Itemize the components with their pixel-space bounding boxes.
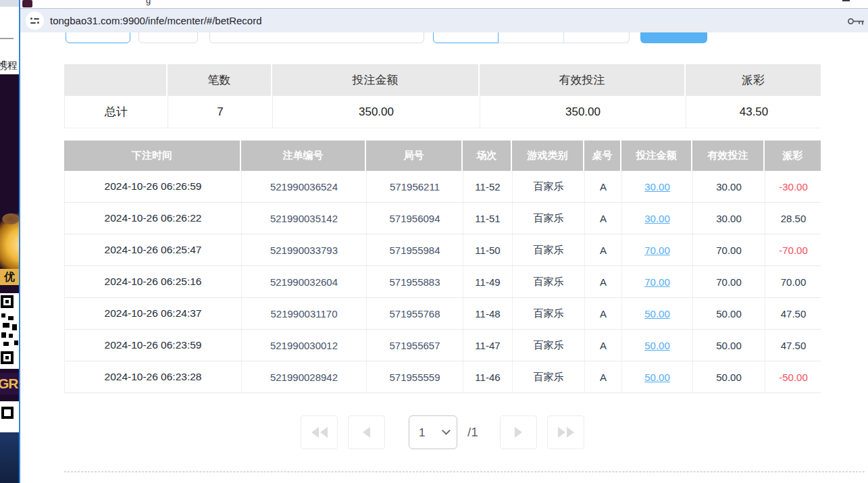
tune-icon bbox=[30, 22, 39, 24]
next-page-button[interactable] bbox=[500, 415, 537, 449]
search-button[interactable] bbox=[640, 32, 707, 43]
bet-table-header-row: 下注时间 注单编号 局号 场次 游戏类别 桌号 投注金额 有效投注 派彩 bbox=[64, 141, 821, 171]
header-bet-time: 下注时间 bbox=[64, 141, 241, 171]
summary-header-blank bbox=[64, 64, 168, 96]
banner-gap bbox=[0, 285, 19, 293]
double-left-arrow-icon bbox=[311, 427, 319, 438]
cell-bet-time: 2024-10-26 06:23:59 bbox=[65, 330, 242, 361]
date-range-button-group bbox=[433, 32, 630, 43]
cell-round-id: 571955559 bbox=[367, 361, 463, 392]
cell-valid-bet: 50.00 bbox=[693, 330, 765, 361]
cell-valid-bet: 70.00 bbox=[693, 266, 765, 297]
range-segment-active[interactable] bbox=[433, 32, 499, 43]
table-row: 2024-10-26 06:23:59 521990030012 5719556… bbox=[64, 330, 821, 361]
table-row: 2024-10-26 06:26:59 521990036524 5719562… bbox=[64, 171, 821, 203]
screen: 携程 优 GR bbox=[0, 0, 868, 483]
bet-amount-link[interactable]: 50.00 bbox=[644, 340, 670, 351]
summary-header-count: 笔数 bbox=[168, 64, 272, 96]
bet-amount-link[interactable]: 70.00 bbox=[644, 245, 670, 256]
background-window-titlebar bbox=[0, 0, 19, 7]
filter-button[interactable] bbox=[138, 32, 198, 43]
cell-round-id: 571955768 bbox=[367, 298, 463, 329]
cell-bet-id: 521990035142 bbox=[242, 203, 367, 234]
bet-amount-link[interactable]: 70.00 bbox=[644, 276, 670, 288]
pagination: 1 /1 bbox=[20, 415, 868, 449]
bet-amount-link[interactable]: 30.00 bbox=[644, 213, 670, 224]
cell-bet-id: 521990033793 bbox=[242, 234, 367, 265]
previous-page-button[interactable] bbox=[348, 415, 385, 449]
banner-gap bbox=[0, 395, 19, 401]
bet-amount-link[interactable]: 50.00 bbox=[644, 372, 670, 383]
double-right-arrow-icon bbox=[558, 427, 565, 438]
range-segment[interactable] bbox=[564, 32, 630, 43]
last-page-button[interactable] bbox=[547, 415, 584, 449]
url-text[interactable]: tongbao31.com:9900/infe/mcenter/#/betRec… bbox=[50, 9, 262, 33]
address-bar[interactable]: tongbao31.com:9900/infe/mcenter/#/betRec… bbox=[20, 8, 868, 32]
bet-amount-link[interactable]: 50.00 bbox=[644, 308, 670, 320]
background-window-partial-text: 携程 bbox=[0, 59, 19, 73]
cell-payout: -50.00 bbox=[765, 361, 821, 392]
cell-table-no: A bbox=[585, 361, 622, 392]
header-round-id: 局号 bbox=[366, 141, 463, 171]
range-segment[interactable] bbox=[499, 32, 564, 43]
tune-icon bbox=[30, 18, 39, 20]
summary-total-count: 7 bbox=[168, 96, 273, 128]
summary-header-payout: 派彩 bbox=[686, 64, 821, 96]
background-banner-bottom bbox=[0, 432, 19, 483]
cell-bet-time: 2024-10-26 06:25:16 bbox=[65, 266, 242, 297]
cell-session: 11-49 bbox=[463, 266, 513, 297]
summary-header-row: 笔数 投注金额 有效投注 派彩 bbox=[64, 64, 821, 96]
site-info-button[interactable] bbox=[26, 11, 44, 30]
table-row: 2024-10-26 06:23:28 521990028942 5719555… bbox=[64, 361, 821, 393]
qr-code-image bbox=[0, 293, 19, 369]
cell-session: 11-47 bbox=[463, 330, 513, 361]
bet-amount-link[interactable]: 30.00 bbox=[644, 181, 670, 193]
header-payout: 派彩 bbox=[765, 141, 821, 171]
bet-record-table: 下注时间 注单编号 局号 场次 游戏类别 桌号 投注金额 有效投注 派彩 202… bbox=[64, 141, 821, 393]
promo-label: 优 bbox=[0, 269, 19, 285]
cell-round-id: 571955883 bbox=[367, 266, 463, 297]
cell-table-no: A bbox=[585, 330, 622, 361]
cell-session: 11-52 bbox=[463, 171, 513, 202]
browser-titlebar: g bbox=[20, 0, 868, 8]
cell-bet-time: 2024-10-26 06:25:47 bbox=[65, 234, 242, 265]
summary-table: 笔数 投注金额 有效投注 派彩 总计 7 350.00 350.00 43.50 bbox=[64, 64, 821, 128]
cell-bet-id: 521990030012 bbox=[242, 330, 367, 361]
cell-round-id: 571956211 bbox=[367, 171, 463, 202]
summary-total-bet-amount: 350.00 bbox=[273, 96, 480, 128]
tab-title-fragment: g bbox=[146, 0, 151, 5]
cell-round-id: 571955657 bbox=[367, 330, 463, 361]
background-window-divider bbox=[0, 38, 14, 39]
cell-game-type: 百家乐 bbox=[513, 203, 585, 234]
window-control-icon[interactable] bbox=[842, 0, 850, 1]
cell-session: 11-51 bbox=[463, 203, 513, 234]
total-pages-label: /1 bbox=[467, 415, 478, 449]
cell-game-type: 百家乐 bbox=[513, 171, 585, 202]
table-row: 2024-10-26 06:25:16 521990032604 5719558… bbox=[64, 266, 821, 298]
first-page-button[interactable] bbox=[301, 415, 338, 449]
cell-payout: -70.00 bbox=[765, 234, 821, 265]
summary-total-valid-bet: 350.00 bbox=[480, 96, 686, 128]
cell-table-no: A bbox=[585, 266, 622, 297]
password-key-icon[interactable] bbox=[847, 16, 865, 29]
summary-total-label: 总计 bbox=[65, 96, 168, 128]
cell-valid-bet: 30.00 bbox=[693, 203, 765, 234]
cell-payout: 70.00 bbox=[765, 266, 821, 297]
background-banner-top bbox=[0, 74, 19, 209]
table-row: 2024-10-26 06:26:22 521990035142 5719560… bbox=[64, 203, 821, 234]
cell-table-no: A bbox=[585, 203, 622, 234]
cell-payout: -30.00 bbox=[765, 171, 821, 202]
summary-header-bet-amount: 投注金额 bbox=[272, 64, 480, 96]
cell-valid-bet: 50.00 bbox=[693, 298, 765, 329]
table-row: 2024-10-26 06:24:37 521990031170 5719557… bbox=[64, 298, 821, 330]
filter-input[interactable] bbox=[209, 32, 424, 43]
cell-bet-amount: 50.00 bbox=[622, 361, 693, 392]
cell-round-id: 571956094 bbox=[367, 203, 463, 234]
filter-button-active[interactable] bbox=[66, 32, 130, 43]
double-left-arrow-icon bbox=[320, 427, 328, 438]
cell-bet-id: 521990032604 bbox=[242, 266, 367, 297]
double-right-arrow-icon bbox=[567, 427, 574, 438]
summary-total-payout: 43.50 bbox=[686, 96, 821, 128]
page-select[interactable]: 1 bbox=[409, 415, 457, 449]
background-window-strip: 携程 优 GR bbox=[0, 0, 19, 483]
